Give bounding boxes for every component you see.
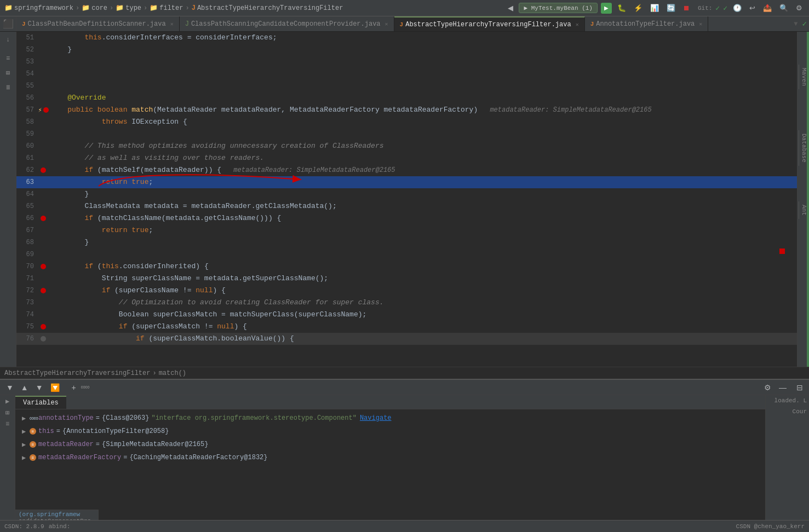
tab-annotationtype[interactable]: J AnnotationTypeFilter.java ✕ — [585, 16, 709, 32]
breakpoint-dot-76-disabled[interactable] — [41, 336, 46, 342]
debug-right-controls: ⚙ — — [761, 382, 789, 393]
code-line-68: 68 } — [16, 236, 797, 248]
debug-arrow-icon: ⚡ — [38, 106, 42, 114]
debug-vars-btn[interactable]: ≣ — [2, 81, 14, 93]
debug-frames-btn[interactable]: ⊞ — [2, 67, 14, 79]
run-config-selector[interactable]: ▶ MyTest.myBean (1) — [519, 3, 597, 13]
git-check-icon: ✓ — [715, 4, 720, 13]
status-csdn-info: CSDN: 2.8.9 — [4, 523, 44, 530]
debug-minimize-btn[interactable]: — — [776, 382, 789, 393]
list-item-this[interactable]: ▶ ≡ this = {AnnotationTypeFilter@2058} — [15, 425, 765, 438]
settings-button[interactable]: ⚙ — [794, 3, 805, 13]
breadcrumb-nav: 📁 springframework › 📁 core › 📁 type › 📁 … — [4, 4, 503, 12]
java-icon2: J — [400, 21, 404, 28]
list-item-annotationtype[interactable]: ▶ ∞∞ annotationType = {Class@2063} "inte… — [15, 412, 765, 425]
breakpoint-dot-72[interactable] — [41, 288, 46, 293]
code-line-55: 55 — [16, 80, 797, 92]
code-line-67: 67 return true; — [16, 224, 797, 236]
editor-area: ↓ ≡ ⊞ ≣ 51 this.considerInterfaces = con… — [0, 32, 809, 367]
coverage-button[interactable]: ⚡ — [632, 3, 645, 13]
debug-lines-icon[interactable]: ≡ — [5, 420, 9, 428]
tab-classpathbeandef[interactable]: J ClassPathBeanDefinitionScanner.java ✕ — [16, 16, 180, 32]
variables-panel: Variables ▶ ∞∞ annotationType = {Class@2… — [15, 395, 765, 532]
breadcrumb-type[interactable]: 📁 type — [116, 4, 141, 12]
right-sidebar: Maven Database Ant — [797, 32, 809, 367]
debug-panel-toolbar: ▼ ▲ ▼ 🔽 + ∞∞ ⚙ — ⊟ — [0, 380, 809, 395]
top-toolbar: 📁 springframework › 📁 core › 📁 type › 📁 … — [0, 0, 809, 16]
java-icon3: J — [590, 21, 594, 27]
breakpoint-dot-75[interactable] — [41, 324, 46, 329]
debug-panel: ▼ ▲ ▼ 🔽 + ∞∞ ⚙ — ⊟ ▶ — [0, 379, 809, 532]
code-line-61: 61 // as well as visiting over those rea… — [16, 152, 797, 164]
breakpoint-dot-66[interactable] — [41, 216, 46, 221]
code-line-52: 52 } — [16, 44, 797, 56]
code-line-57: 57 ⚡ public boolean match(MetadataReader… — [16, 104, 797, 116]
breadcrumb-classfile[interactable]: J AbstractTypeHierarchyTraversingFilter — [192, 4, 343, 12]
debug-add-btn[interactable]: + — [69, 382, 79, 393]
debug-right-panel: loaded. L Cour — [765, 395, 809, 532]
tab-classpathscanning[interactable]: J ClassPathScanningCandidateComponentPro… — [180, 16, 394, 32]
code-line-60: 60 // This method optimizes avoiding unn… — [16, 140, 797, 152]
debug-settings-btn[interactable]: ⚙ — [761, 382, 774, 393]
variables-tab[interactable]: Variables — [15, 396, 66, 409]
breadcrumb-core[interactable]: 📁 core — [82, 4, 107, 12]
code-editor[interactable]: 51 this.considerInterfaces = considerInt… — [16, 32, 797, 367]
tab-close2[interactable]: ✕ — [385, 21, 388, 27]
breakpoint-dot-70[interactable] — [41, 264, 46, 269]
code-line-66: 66 if (matchClassName(metadata.getClassN… — [16, 212, 797, 224]
court-label: Cour — [793, 408, 807, 415]
infinity-icon2: ∞∞ — [30, 414, 38, 423]
debug-step-btn[interactable]: ↓ — [2, 34, 14, 46]
tab-close4[interactable]: ✕ — [699, 21, 702, 27]
git-undo-button[interactable]: ↩ — [747, 3, 758, 13]
infinity-icon: ∞∞ — [81, 383, 90, 391]
var-class-icon2: ≡ — [30, 441, 36, 448]
debug-content-area: ▶ ⊞ ≡ Variables ▶ ∞∞ — [0, 395, 809, 532]
var-expand-icon[interactable]: ▶ — [22, 414, 30, 423]
breakpoint-dot-62[interactable] — [41, 167, 46, 173]
debug-icon-panel: ▶ ⊞ ≡ — [0, 395, 15, 532]
breadcrumb-springframework[interactable]: 📁 springframework — [4, 4, 73, 12]
tab-close3[interactable]: ✕ — [576, 21, 579, 28]
debug-layout-btn[interactable]: ⊟ — [794, 382, 806, 393]
profile-button[interactable]: 📊 — [648, 3, 661, 13]
git-push-button[interactable]: 📤 — [761, 3, 774, 13]
var-navigate-link[interactable]: Navigate — [360, 414, 392, 422]
debug-step-over-btn[interactable]: ≡ — [2, 53, 14, 65]
var-expand-mr-icon[interactable]: ▶ — [22, 441, 30, 449]
code-line-62: 62 if (matchSelf(metadataReader)) { meta… — [16, 164, 797, 176]
code-line-56: 56 @Override — [16, 92, 797, 104]
var-class-icon3: ≡ — [30, 454, 36, 461]
list-item-metadatareader[interactable]: ▶ ≡ metadataReader = {SimpleMetadataRead… — [15, 438, 765, 451]
debug-square-icon[interactable]: ⊞ — [5, 409, 9, 417]
git-history-button[interactable]: 🕐 — [731, 3, 744, 13]
list-item-metadatareaderfactory[interactable]: ▶ ≡ metadataReaderFactory = {CachingMeta… — [15, 451, 765, 464]
debug-button[interactable]: 🐛 — [615, 3, 628, 13]
code-line-72: 72 if (superClassName != null) { — [16, 285, 797, 297]
reload-button[interactable]: 🔄 — [664, 3, 678, 13]
tab-close[interactable]: ✕ — [170, 21, 174, 27]
search-button[interactable]: 🔍 — [777, 3, 790, 13]
tab-abstracttype[interactable]: J AbstractTypeHierarchyTraversingFilter.… — [394, 16, 585, 32]
code-line-53: 53 — [16, 56, 797, 68]
run-button[interactable]: ▶ — [601, 3, 612, 14]
code-line-51: 51 this.considerInterfaces = considerInt… — [16, 32, 797, 44]
loaded-status: loaded. L — [774, 397, 807, 404]
back-button[interactable]: ◀ — [506, 3, 515, 13]
code-line-59: 59 — [16, 128, 797, 140]
debug-nav-down-btn[interactable]: ▼ — [33, 382, 46, 393]
java-icon-green: J — [185, 20, 189, 28]
code-line-71: 71 String superClassName = metadata.getS… — [16, 273, 797, 285]
breadcrumb-filter[interactable]: 📁 filter — [150, 4, 183, 12]
debug-dropdown-btn[interactable]: ▼ — [3, 382, 16, 393]
editor-breadcrumb: AbstractTypeHierarchyTraversingFilter › … — [0, 367, 809, 379]
stop-button[interactable]: ⏹ — [681, 3, 692, 13]
var-expand-this-icon[interactable]: ▶ — [22, 427, 30, 436]
code-line-70: 70 if (this.considerInherited) { — [16, 261, 797, 273]
debug-filter-btn[interactable]: 🔽 — [48, 382, 62, 393]
debug-console-icon[interactable]: ▶ — [5, 397, 9, 406]
var-expand-mrf-icon[interactable]: ▶ — [22, 454, 30, 462]
code-line-58: 58 throws IOException { — [16, 116, 797, 128]
status-right: CSDN @chen_yao_kerr — [736, 523, 805, 530]
debug-nav-up-btn[interactable]: ▲ — [18, 382, 31, 393]
